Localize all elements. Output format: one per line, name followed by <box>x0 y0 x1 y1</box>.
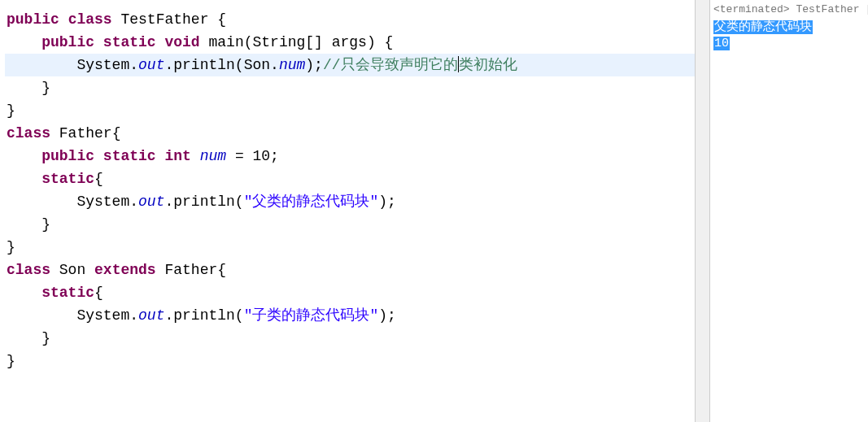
code-line: } <box>5 350 695 372</box>
comment: // <box>323 57 341 73</box>
console-header: <terminated> TestFather [. <box>710 0 868 20</box>
keyword-static: static <box>41 171 94 187</box>
field-num: num <box>279 57 305 73</box>
code-line: class Son extends Father{ <box>5 259 695 281</box>
keyword-public: public <box>7 11 59 28</box>
code-line: } <box>5 76 695 99</box>
field-num: num <box>200 148 226 164</box>
keyword-static: static <box>103 148 156 164</box>
console-view[interactable]: <terminated> TestFather [. 父类的静态代码块 10 <box>710 0 868 422</box>
code-line: public static void main(String[] args) { <box>5 31 695 54</box>
field-out: out <box>138 307 164 324</box>
code-line: } <box>5 327 695 350</box>
code-line: } <box>5 236 695 259</box>
keyword-void: void <box>164 34 199 50</box>
class-name: Father{ <box>50 125 120 141</box>
code-line: static{ <box>5 281 695 304</box>
console-line-selected: 10 <box>713 37 730 50</box>
console-output: 父类的静态代码块 10 <box>710 20 868 52</box>
keyword-class: class <box>7 125 50 141</box>
code-line: } <box>5 99 695 122</box>
keyword-public: public <box>41 34 94 50</box>
code-line: public static int num = 10; <box>5 145 695 167</box>
string-literal: "子类的静态代码块" <box>244 307 379 324</box>
keyword-int: int <box>164 148 190 164</box>
field-out: out <box>138 194 164 210</box>
code-line: class Father{ <box>5 122 695 145</box>
keyword-class: class <box>7 262 50 278</box>
class-name: TestFather { <box>112 11 226 28</box>
class-name: Son <box>50 262 94 278</box>
text-cursor <box>458 56 459 72</box>
keyword-class: class <box>68 11 112 28</box>
keyword-extends: extends <box>94 262 156 278</box>
code-line-current: System.out.println(Son.num);//只会导致声明它的类初… <box>5 54 695 76</box>
console-line-selected: 父类的静态代码块 <box>713 20 813 34</box>
keyword-public: public <box>41 148 94 164</box>
pane-divider[interactable] <box>696 0 710 422</box>
code-line: public class TestFather { <box>5 8 695 31</box>
keyword-static: static <box>41 285 94 301</box>
string-literal: "父类的静态代码块" <box>244 194 379 210</box>
code-line: static{ <box>5 167 695 190</box>
code-line: System.out.println("子类的静态代码块"); <box>5 304 695 327</box>
field-out: out <box>138 57 164 73</box>
code-editor[interactable]: public class TestFather { public static … <box>0 0 696 422</box>
method-sig: main(String[] args) { <box>200 34 394 50</box>
keyword-static: static <box>103 34 156 50</box>
code-line: } <box>5 213 695 236</box>
code-line: System.out.println("父类的静态代码块"); <box>5 190 695 213</box>
